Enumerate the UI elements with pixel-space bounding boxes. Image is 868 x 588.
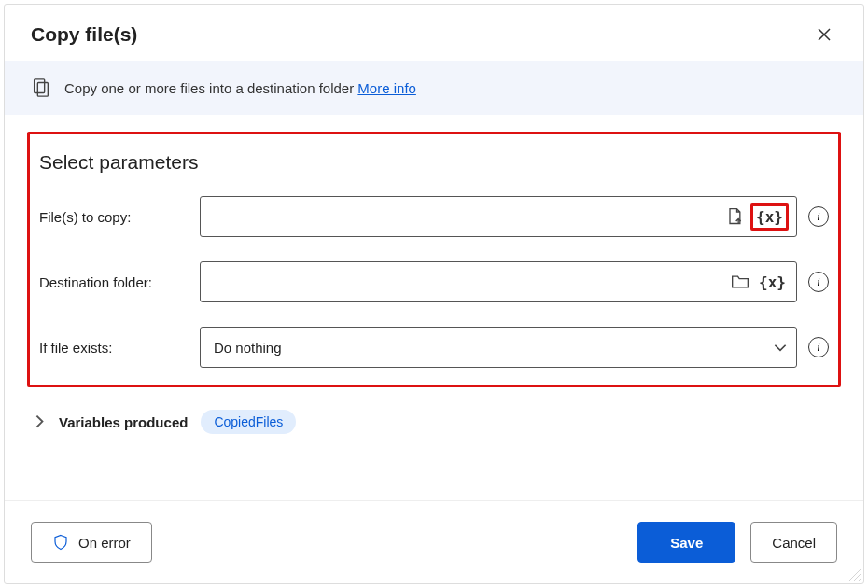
- row-if-exists: If file exists: Do nothing i: [39, 327, 829, 368]
- svg-rect-1: [37, 83, 48, 97]
- files-input[interactable]: [214, 209, 719, 225]
- file-arrow-icon: [725, 207, 744, 226]
- folder-icon: [731, 273, 749, 291]
- exists-label: If file exists:: [39, 340, 200, 356]
- select-folder-button[interactable]: [730, 272, 750, 292]
- cancel-button[interactable]: Cancel: [750, 522, 837, 563]
- more-info-link[interactable]: More info: [357, 80, 416, 96]
- variable-picker-files[interactable]: {x}: [750, 203, 789, 231]
- row-destination: Destination folder: {x} i: [39, 261, 829, 302]
- dest-label: Destination folder:: [39, 274, 200, 290]
- chevron-right-icon: [35, 413, 46, 430]
- on-error-button[interactable]: On error: [31, 522, 152, 563]
- files-label: File(s) to copy:: [39, 209, 200, 225]
- dest-field[interactable]: {x}: [200, 261, 797, 302]
- section-title: Select parameters: [39, 151, 829, 174]
- copy-files-dialog: Copy file(s) Copy one or more files into…: [4, 4, 864, 584]
- dialog-header: Copy file(s): [5, 5, 863, 61]
- dialog-footer: On error Save Cancel: [5, 500, 863, 583]
- dialog-title: Copy file(s): [31, 23, 137, 46]
- footer-right: Save Cancel: [637, 522, 837, 563]
- parameters-highlight: Select parameters File(s) to copy: {x}: [27, 132, 841, 387]
- files-field[interactable]: {x}: [200, 196, 797, 237]
- info-banner: Copy one or more files into a destinatio…: [5, 61, 863, 115]
- row-files-to-copy: File(s) to copy: {x} i: [39, 196, 829, 237]
- svg-rect-0: [35, 79, 45, 93]
- variable-chip-copiedfiles[interactable]: CopiedFiles: [201, 410, 296, 434]
- shield-icon: [52, 534, 69, 551]
- save-button[interactable]: Save: [637, 522, 735, 563]
- exists-select[interactable]: Do nothing: [200, 327, 797, 368]
- close-icon: [817, 27, 832, 42]
- exists-value: Do nothing: [214, 340, 766, 356]
- copy-icon: [31, 77, 51, 98]
- chevron-down-icon: [772, 339, 789, 356]
- info-dest[interactable]: i: [808, 272, 829, 292]
- banner-text: Copy one or more files into a destinatio…: [64, 80, 416, 96]
- close-button[interactable]: [811, 21, 837, 48]
- dialog-body: Select parameters File(s) to copy: {x}: [5, 115, 863, 500]
- variables-produced-label: Variables produced: [59, 414, 188, 430]
- info-exists[interactable]: i: [808, 337, 829, 357]
- resize-grip-icon[interactable]: [848, 568, 861, 581]
- variables-produced-row[interactable]: Variables produced CopiedFiles: [27, 387, 841, 443]
- variable-picker-dest[interactable]: {x}: [756, 272, 789, 293]
- info-files[interactable]: i: [808, 206, 829, 227]
- dest-input[interactable]: [214, 274, 724, 290]
- select-file-button[interactable]: [724, 206, 745, 227]
